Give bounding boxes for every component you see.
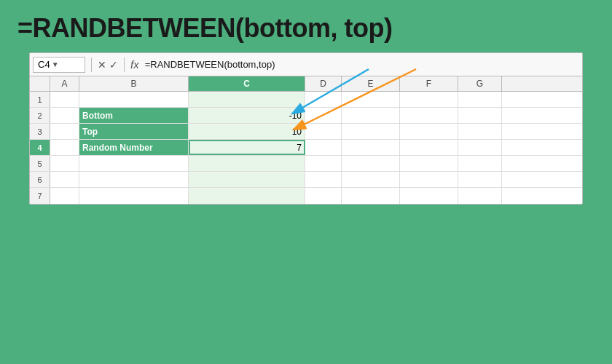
col-header-a[interactable]: A [50, 76, 79, 91]
cell-e3[interactable] [342, 124, 400, 139]
cell-d5[interactable] [305, 156, 342, 171]
cell-ref-value: C4 [38, 59, 50, 70]
cell-g2[interactable] [458, 108, 502, 123]
cell-b1[interactable] [79, 92, 189, 107]
row-number: 2 [30, 108, 50, 123]
col-header-c[interactable]: C [189, 76, 305, 91]
cell-f6[interactable] [400, 172, 458, 187]
table-row: 2 Bottom -10 [30, 108, 582, 124]
cell-a6[interactable] [50, 172, 79, 187]
cell-c2[interactable]: -10 [189, 108, 305, 123]
table-row: 1 [30, 92, 582, 108]
dropdown-icon[interactable]: ▼ [52, 60, 59, 68]
row-number: 5 [30, 156, 50, 171]
cell-reference-box[interactable]: C4 ▼ [33, 57, 85, 73]
cell-e7[interactable] [342, 188, 400, 204]
cell-d2[interactable] [305, 108, 342, 123]
col-header-d[interactable]: D [305, 76, 342, 91]
table-row: 6 [30, 172, 582, 188]
cell-b4-random[interactable]: Random Number [79, 140, 189, 155]
cell-c1[interactable] [189, 92, 305, 107]
formula-icons: ✕ ✓ [98, 59, 118, 71]
col-header-e[interactable]: E [342, 76, 400, 91]
cell-a5[interactable] [50, 156, 79, 171]
cell-f1[interactable] [400, 92, 458, 107]
cell-c5[interactable] [189, 156, 305, 171]
formula-input[interactable]: =RANDBETWEEN(bottom,top) [145, 59, 579, 70]
cell-e2[interactable] [342, 108, 400, 123]
cell-b3-top[interactable]: Top [79, 124, 189, 139]
table-row: 7 [30, 188, 582, 204]
spreadsheet-grid: 1 2 Bottom -10 3 [30, 92, 582, 204]
page-title: =RANDBETWEEN(bottom, top) [17, 13, 595, 44]
row-number-active: 4 [30, 140, 50, 155]
cell-d4[interactable] [305, 140, 342, 155]
cell-e6[interactable] [342, 172, 400, 187]
cell-g6[interactable] [458, 172, 502, 187]
table-row: 3 Top 10 [30, 124, 582, 140]
cell-d1[interactable] [305, 92, 342, 107]
row-number: 7 [30, 188, 50, 204]
corner-cell [30, 76, 50, 91]
cell-b6[interactable] [79, 172, 189, 187]
confirm-icon[interactable]: ✓ [109, 59, 118, 71]
formula-bar: C4 ▼ ✕ ✓ fx =RANDBETWEEN(bottom,top) [30, 53, 582, 76]
cell-f3[interactable] [400, 124, 458, 139]
table-row: 5 [30, 156, 582, 172]
cell-g4[interactable] [458, 140, 502, 155]
cell-f2[interactable] [400, 108, 458, 123]
cell-a7[interactable] [50, 188, 79, 204]
row-number: 3 [30, 124, 50, 139]
cell-a3[interactable] [50, 124, 79, 139]
cell-g5[interactable] [458, 156, 502, 171]
cell-c3[interactable]: 10 [189, 124, 305, 139]
cell-e1[interactable] [342, 92, 400, 107]
cell-d3[interactable] [305, 124, 342, 139]
col-header-b[interactable]: B [79, 76, 189, 91]
cell-c4-active[interactable]: 7 [189, 140, 305, 155]
cell-g7[interactable] [458, 188, 502, 204]
col-header-f[interactable]: F [400, 76, 458, 91]
cell-e4[interactable] [342, 140, 400, 155]
cell-c6[interactable] [189, 172, 305, 187]
cancel-icon[interactable]: ✕ [98, 59, 106, 71]
row-number: 1 [30, 92, 50, 107]
column-headers: A B C D E F G [30, 76, 582, 92]
cell-d7[interactable] [305, 188, 342, 204]
cell-g1[interactable] [458, 92, 502, 107]
cell-e5[interactable] [342, 156, 400, 171]
cell-b7[interactable] [79, 188, 189, 204]
cell-f7[interactable] [400, 188, 458, 204]
cell-a2[interactable] [50, 108, 79, 123]
cell-a1[interactable] [50, 92, 79, 107]
cell-f5[interactable] [400, 156, 458, 171]
cell-a4[interactable] [50, 140, 79, 155]
cell-d6[interactable] [305, 172, 342, 187]
cell-b5[interactable] [79, 156, 189, 171]
row-number: 6 [30, 172, 50, 187]
table-row: 4 Random Number 7 [30, 140, 582, 156]
cell-g3[interactable] [458, 124, 502, 139]
separator-1 [91, 58, 92, 72]
fx-label: fx [130, 58, 139, 71]
cell-f4[interactable] [400, 140, 458, 155]
cell-c7[interactable] [189, 188, 305, 204]
separator-2 [124, 58, 125, 72]
col-header-g[interactable]: G [458, 76, 502, 91]
cell-b2-bottom[interactable]: Bottom [79, 108, 189, 123]
